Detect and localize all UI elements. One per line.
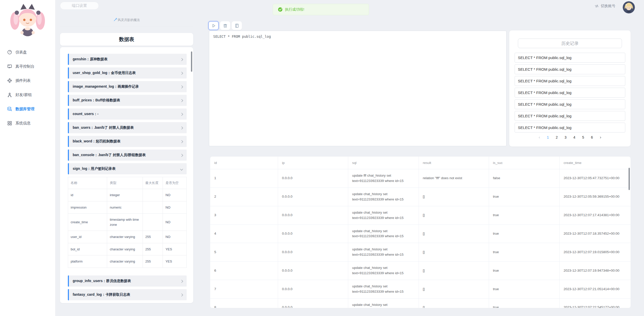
schema-cell-name: impression — [68, 201, 107, 214]
table-list-item[interactable]: ban_users：.ban/b了 封禁人员数据表 — [68, 122, 187, 133]
pagination-page-button[interactable]: 6 — [591, 135, 593, 139]
sidebar-item-system-info[interactable]: 系统信息 — [0, 116, 55, 130]
avatar-image — [623, 1, 635, 13]
pagination-prev-icon[interactable]: ‹ — [539, 135, 540, 140]
sidebar-item-dashboard[interactable]: 仪表盘 — [0, 45, 55, 59]
cell-is-suc: true — [489, 188, 559, 206]
cell-ip: 0.0.0.0 — [278, 243, 348, 262]
magic-caption: 风灵月影的魔法 — [60, 18, 193, 26]
table-list-item[interactable]: user_shop_gold_log：金币使用日志表 — [68, 67, 187, 79]
schema-cell-name: platform — [68, 255, 107, 268]
chevron-right-icon — [180, 85, 183, 88]
schema-cell-nullable: NO — [163, 201, 187, 214]
sidebar-item-database[interactable]: 数据库管理 — [0, 102, 55, 116]
cell-ip: 0.0.0.0 — [278, 225, 348, 243]
history-item[interactable]: SELECT * FROM public.sql_log — [515, 64, 625, 74]
cell-ip: 0.0.0.0 — [278, 169, 348, 188]
schema-table: 名称类型最大长度是否为空 id integer NO impression — [68, 177, 187, 268]
magic-wand-icon — [113, 18, 117, 22]
schema-cell-type: timestamp with time zone — [107, 214, 143, 231]
cell-id: 1 — [210, 169, 278, 188]
schema-cell-maxlen: 255 — [143, 231, 163, 243]
pagination-page-button[interactable]: 5 — [582, 135, 584, 139]
cell-sql: update chat_history set text=91112339233… — [348, 188, 419, 206]
schema-header-cell: 类型 — [107, 177, 143, 189]
cell-create-time: 2023-12-30T12:07:22.545177+00:00 — [559, 298, 631, 308]
copy-query-button[interactable] — [232, 21, 242, 30]
friends-icon — [7, 92, 12, 97]
clear-query-button[interactable] — [220, 21, 230, 30]
sidebar-item-label: 好友/群组 — [15, 92, 32, 97]
chevron-right-icon — [180, 140, 183, 143]
user-avatar[interactable] — [623, 1, 635, 13]
table-list-item[interactable]: image_management_log：画廊操作记录 — [68, 81, 187, 92]
pagination-page-button[interactable]: 1 — [547, 135, 549, 139]
table-list-item[interactable]: ban_console：.ban/b了 封禁人员/群组数据表 — [68, 150, 187, 161]
chevron-right-icon — [180, 113, 183, 116]
pagination-page-button[interactable]: 4 — [573, 135, 575, 139]
table-item-label: ban_console：.ban/b了 封禁人员/群组数据表 — [73, 153, 146, 157]
results-row: 3 0.0.0.0 update chat_history set text=9… — [210, 206, 631, 225]
run-query-button[interactable] — [208, 21, 219, 30]
history-item[interactable]: SELECT * FROM public.sql_log — [515, 123, 625, 133]
sidebar-item-console[interactable]: 真寻控制台 — [0, 59, 55, 73]
cell-is-suc: true — [489, 243, 559, 262]
sidebar-item-label: 数据库管理 — [15, 107, 34, 111]
cell-sql: update chat_history set text=91112339233… — [348, 225, 419, 243]
tables-list-scrollbar[interactable] — [191, 51, 192, 72]
history-item[interactable]: SELECT * FROM public.sql_log — [515, 111, 625, 121]
table-list-item[interactable]: sign_log：用户签到记录表 — [68, 163, 187, 174]
chevron-right-icon — [180, 72, 183, 75]
console-icon — [7, 64, 12, 69]
results-table-scrollbar[interactable] — [629, 168, 630, 190]
sidebar-item-label: 仪表盘 — [15, 50, 27, 55]
cell-sql: update chat_history set text=91112339233… — [348, 298, 419, 308]
mascot-image — [0, 0, 55, 39]
port-settings-button[interactable]: 端口设置 — [60, 2, 99, 10]
switch-account-button[interactable]: 切换账号 — [595, 4, 615, 8]
schema-cell-type: numeric — [107, 201, 143, 214]
cell-sql: update chat_history set text=91112339233… — [348, 243, 419, 262]
table-list-item[interactable]: fantasy_card_log：卡牌获取日志表 — [68, 289, 187, 300]
table-list-item[interactable]: black_word：惩罚机制数据表 — [68, 136, 187, 147]
table-list-item[interactable]: buff_prices：Buff价格数据表 — [68, 95, 187, 106]
pagination-page-button[interactable]: 3 — [564, 135, 567, 139]
table-list-item[interactable]: genshin：原神数据表 — [68, 54, 187, 65]
sql-editor-input[interactable]: SELECT * FROM public.sql_log — [209, 31, 506, 146]
cell-create-time: 2023-12-30T12:07:18.357452+00:00 — [559, 225, 631, 243]
history-title: 历史记录 — [561, 41, 579, 46]
chevron-down-icon — [180, 168, 183, 170]
history-item[interactable]: SELECT * FROM public.sql_log — [515, 76, 625, 86]
cell-create-time: 2023-12-30T12:07:19.947348+00:00 — [559, 262, 631, 280]
pagination-page-button[interactable]: 2 — [556, 135, 558, 139]
schema-row: id integer NO — [68, 189, 187, 201]
table-item-label: ban_users：.ban/b了 封禁人员数据表 — [73, 125, 134, 130]
cell-is-suc: true — [489, 280, 559, 299]
table-item-label: image_management_log：画廊操作记录 — [73, 84, 139, 89]
schema-cell-maxlen — [143, 189, 163, 201]
pagination-next-icon[interactable]: › — [600, 135, 601, 140]
toast-message: 执行成功啦! — [285, 7, 304, 12]
cell-sql: update chat_history set text=91112339233… — [348, 280, 419, 299]
cell-create-time: 2023-12-30T12:07:19.015805+00:00 — [559, 243, 631, 262]
cell-id: 6 — [210, 262, 278, 280]
chevron-right-icon — [180, 293, 183, 296]
history-item[interactable]: SELECT * FROM public.sql_log — [515, 99, 625, 109]
schema-cell-name: user_id — [68, 231, 107, 243]
results-header-cell: is_suc — [489, 157, 559, 169]
table-list-item[interactable]: group_info_users：群员信息数据表 — [68, 275, 187, 287]
sidebar-item-friends-groups[interactable]: 好友/群组 — [0, 88, 55, 102]
history-item[interactable]: SELECT * FROM public.sql_log — [515, 53, 625, 63]
tables-list-card: genshin：原神数据表 user_shop_gold_log：金币使用日志表 — [60, 47, 193, 303]
cell-is-suc: true — [489, 262, 559, 280]
trash-icon — [223, 23, 228, 28]
history-item[interactable]: SELECT * FROM public.sql_log — [515, 88, 625, 98]
cell-result: [] — [419, 225, 489, 243]
results-header-cell: result — [419, 157, 489, 169]
schema-cell-maxlen — [143, 201, 163, 214]
sidebar-item-plugins[interactable]: 插件列表 — [0, 73, 55, 88]
table-list-item[interactable]: count_users：- — [68, 108, 187, 120]
cell-id: 7 — [210, 280, 278, 299]
cell-ip: 0.0.0.0 — [278, 206, 348, 225]
cell-id: 3 — [210, 206, 278, 225]
